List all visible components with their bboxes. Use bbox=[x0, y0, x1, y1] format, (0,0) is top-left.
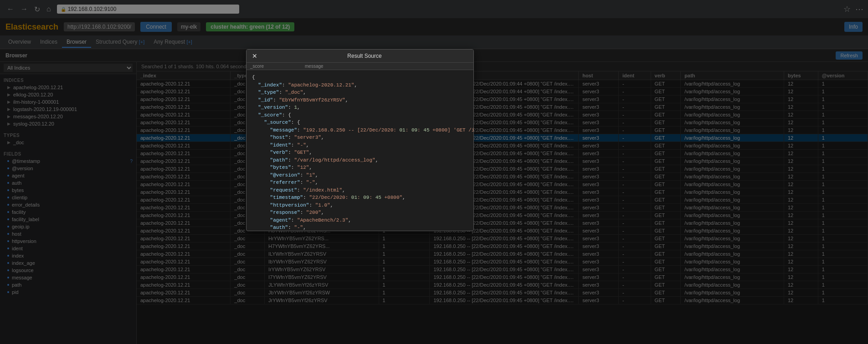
cell-host[interactable]: server3 bbox=[579, 281, 619, 289]
cell-at-version[interactable]: 1 bbox=[818, 80, 868, 88]
cell-_index[interactable]: apachelog-2020.12.21 bbox=[137, 96, 231, 103]
cell-message[interactable]: 192.168.0.250 -- [22/Dec/2020:01:09:45 +… bbox=[430, 297, 579, 304]
cell-host[interactable]: server3 bbox=[579, 103, 619, 111]
cell-at-version[interactable]: 1 bbox=[818, 111, 868, 119]
cell-_score[interactable]: 1 bbox=[379, 243, 430, 250]
cell-_score[interactable]: 1 bbox=[379, 297, 430, 304]
cell-path[interactable]: /var/log/httpd/access_log bbox=[681, 266, 784, 273]
cell-_index[interactable]: apachelog-2020.12.21 bbox=[137, 150, 231, 157]
cell-_score[interactable]: 1 bbox=[379, 235, 430, 243]
table-row[interactable]: apachelog-2020.12.21_docIbYWfnYB5vmYZ62Y… bbox=[137, 258, 868, 266]
table-row[interactable]: apachelog-2020.12.21_docHrYWfnYB5vmYZ62Y… bbox=[137, 235, 868, 243]
cell-_index[interactable]: apachelog-2020.12.21 bbox=[137, 119, 231, 126]
cell-bytes[interactable]: 12 bbox=[784, 273, 818, 281]
cell-ident[interactable]: - bbox=[618, 227, 651, 235]
col-bytes[interactable]: bytes bbox=[784, 71, 818, 80]
cell-ident[interactable]: - bbox=[618, 266, 651, 273]
cell-at-version[interactable]: 1 bbox=[818, 157, 868, 165]
cell-_index[interactable]: apachelog-2020.12.21 bbox=[137, 188, 231, 196]
address-bar[interactable]: 🔒 192.168.0.102:9100 bbox=[57, 5, 239, 14]
cell-ident[interactable]: - bbox=[618, 289, 651, 297]
cell-ident[interactable]: - bbox=[618, 134, 651, 142]
cell-at-version[interactable]: 1 bbox=[818, 173, 868, 181]
cell-ident[interactable]: - bbox=[618, 258, 651, 266]
cell-at-version[interactable]: 1 bbox=[818, 196, 868, 204]
cell-at-version[interactable]: 1 bbox=[818, 134, 868, 142]
cell-bytes[interactable]: 12 bbox=[784, 103, 818, 111]
info-button[interactable]: Info bbox=[844, 22, 863, 32]
cell-host[interactable]: server3 bbox=[579, 289, 619, 297]
cell-verb[interactable]: GET bbox=[651, 173, 681, 181]
tab-any-request[interactable]: Any Request [+] bbox=[149, 37, 197, 48]
cell-path[interactable]: /var/log/httpd/access_log bbox=[681, 212, 784, 219]
cell-bytes[interactable]: 12 bbox=[784, 235, 818, 243]
cell-host[interactable]: server3 bbox=[579, 173, 619, 181]
cell-host[interactable]: server3 bbox=[579, 297, 619, 304]
cell-bytes[interactable]: 12 bbox=[784, 165, 818, 173]
cell-_index[interactable]: apachelog-2020.12.21 bbox=[137, 297, 231, 304]
cell-bytes[interactable]: 12 bbox=[784, 119, 818, 126]
cell-at-version[interactable]: 1 bbox=[818, 142, 868, 150]
cell-verb[interactable]: GET bbox=[651, 258, 681, 266]
cell-path[interactable]: /var/log/httpd/access_log bbox=[681, 80, 784, 88]
cell-bytes[interactable]: 12 bbox=[784, 196, 818, 204]
cell-verb[interactable]: GET bbox=[651, 188, 681, 196]
cell-_index[interactable]: apachelog-2020.12.21 bbox=[137, 212, 231, 219]
cell-path[interactable]: /var/log/httpd/access_log bbox=[681, 196, 784, 204]
cell-verb[interactable]: GET bbox=[651, 227, 681, 235]
cell-bytes[interactable]: 12 bbox=[784, 219, 818, 227]
cell-_index[interactable]: apachelog-2020.12.21 bbox=[137, 196, 231, 204]
cell-_score[interactable]: 1 bbox=[379, 289, 430, 297]
cell-ident[interactable]: - bbox=[618, 273, 651, 281]
cell-ident[interactable]: - bbox=[618, 250, 651, 258]
table-row[interactable]: apachelog-2020.12.21_docJrYWfnYB5vmYf26z… bbox=[137, 297, 868, 304]
cell-_score[interactable]: 1 bbox=[379, 266, 430, 273]
cell-verb[interactable]: GET bbox=[651, 181, 681, 188]
col-path[interactable]: path bbox=[681, 71, 784, 80]
cell-_type[interactable]: _doc bbox=[231, 243, 265, 250]
cell-message[interactable]: 192.168.0.250 -- [22/Dec/2020:01:09:45 +… bbox=[430, 258, 579, 266]
cell-at-version[interactable]: 1 bbox=[818, 250, 868, 258]
cell-_index[interactable]: apachelog-2020.12.21 bbox=[137, 250, 231, 258]
cell-path[interactable]: /var/log/httpd/access_log bbox=[681, 134, 784, 142]
cell-bytes[interactable]: 12 bbox=[784, 150, 818, 157]
cell-_index[interactable]: apachelog-2020.12.21 bbox=[137, 173, 231, 181]
cell-at-version[interactable]: 1 bbox=[818, 165, 868, 173]
cell-verb[interactable]: GET bbox=[651, 289, 681, 297]
cell-_type[interactable]: _doc bbox=[231, 266, 265, 273]
col-host[interactable]: host bbox=[579, 71, 619, 80]
cell-bytes[interactable]: 12 bbox=[784, 181, 818, 188]
cell-path[interactable]: /var/log/httpd/access_log bbox=[681, 96, 784, 103]
cell-path[interactable]: /var/log/httpd/access_log bbox=[681, 103, 784, 111]
bookmarks-icon[interactable]: ☆ bbox=[843, 4, 851, 14]
cell-ident[interactable]: - bbox=[618, 96, 651, 103]
cell-ident[interactable]: - bbox=[618, 212, 651, 219]
cell-bytes[interactable]: 12 bbox=[784, 134, 818, 142]
cell-at-version[interactable]: 1 bbox=[818, 150, 868, 157]
cell-message[interactable]: 192.168.0.250 -- [22/Dec/2020:01:09:45 +… bbox=[430, 266, 579, 273]
cell-path[interactable]: /var/log/httpd/access_log bbox=[681, 281, 784, 289]
cell-verb[interactable]: GET bbox=[651, 165, 681, 173]
tab-indices[interactable]: Indices bbox=[36, 37, 62, 48]
cell-ident[interactable]: - bbox=[618, 111, 651, 119]
sidebar-item-apachelog[interactable]: ▶apachelog-2020.12.21 bbox=[0, 84, 136, 91]
cell-bytes[interactable]: 12 bbox=[784, 111, 818, 119]
cell-bytes[interactable]: 12 bbox=[784, 243, 818, 250]
cell-verb[interactable]: GET bbox=[651, 219, 681, 227]
cell-host[interactable]: server3 bbox=[579, 126, 619, 134]
cell-path[interactable]: /var/log/httpd/access_log bbox=[681, 273, 784, 281]
cell-verb[interactable]: GET bbox=[651, 103, 681, 111]
cell-path[interactable]: /var/log/httpd/access_log bbox=[681, 142, 784, 150]
cell-bytes[interactable]: 12 bbox=[784, 173, 818, 181]
cell-_index[interactable]: apachelog-2020.12.21 bbox=[137, 273, 231, 281]
tab-overview[interactable]: Overview bbox=[4, 37, 36, 48]
cell-bytes[interactable]: 12 bbox=[784, 250, 818, 258]
cell-_index[interactable]: apachelog-2020.12.21 bbox=[137, 142, 231, 150]
cell-_score[interactable]: 1 bbox=[379, 273, 430, 281]
cell-verb[interactable]: GET bbox=[651, 243, 681, 250]
cell-at-version[interactable]: 1 bbox=[818, 227, 868, 235]
cell-path[interactable]: /var/log/httpd/access_log bbox=[681, 111, 784, 119]
cell-_index[interactable]: apachelog-2020.12.21 bbox=[137, 157, 231, 165]
cell-message[interactable]: 192.168.0.250 -- [22/Dec/2020:01:09:45 +… bbox=[430, 273, 579, 281]
back-button[interactable]: ← bbox=[5, 4, 16, 15]
